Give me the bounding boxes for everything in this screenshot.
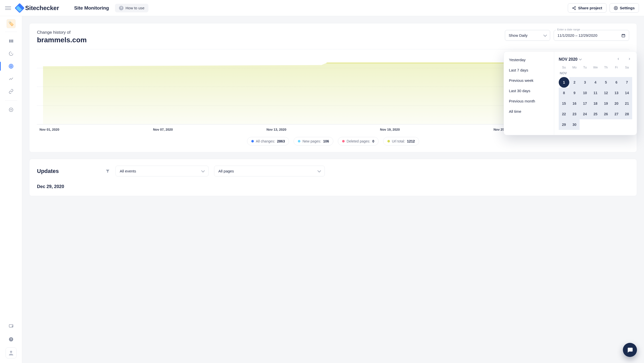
show-daily-label: Show Daily (509, 33, 528, 38)
date-range-popover: YesterdayLast 7 daysPrevious weekLast 30… (504, 51, 637, 135)
calendar-day[interactable]: 21 (622, 98, 632, 109)
calendar-dow-label: Th (601, 66, 611, 69)
calendar-day[interactable]: 14 (622, 88, 632, 98)
sidebar-item-dashboard[interactable] (0, 35, 22, 47)
calendar-day[interactable]: 13 (611, 88, 622, 98)
avatar-icon (8, 350, 14, 356)
calendar-day[interactable]: 10 (580, 88, 590, 98)
calendar-day[interactable]: 30 (569, 119, 580, 130)
calendar-day[interactable]: 29 (559, 119, 569, 130)
calendar-day[interactable]: 11 (590, 88, 601, 98)
xaxis-tick: Nov 07, 2020 (153, 128, 173, 131)
calendar-day[interactable]: 23 (569, 109, 580, 119)
link-icon (9, 89, 14, 94)
date-range-input[interactable]: 11/1/2020 – 12/29/2020 (554, 30, 629, 41)
calendar-day[interactable]: 18 (590, 98, 601, 109)
calendar-day[interactable]: 7 (622, 77, 632, 88)
calendar-day[interactable]: 8 (559, 88, 569, 98)
calendar-days: 1234567891011121314151617181920212223242… (559, 77, 632, 130)
calendar-dow-label: We (590, 66, 601, 69)
trend-icon (9, 76, 14, 81)
brand[interactable]: Sitechecker (16, 5, 59, 12)
calendar: NOV 2020 SuMoTuWeThFrSa (554, 52, 637, 135)
calendar-month-label: NOV 2020 (559, 57, 578, 62)
gear-icon (614, 6, 618, 10)
calendar-day[interactable]: 20 (611, 98, 622, 109)
calendar-dow-label: Sa (622, 66, 632, 69)
calendar-day[interactable]: 19 (601, 98, 611, 109)
share-icon (572, 6, 576, 10)
how-to-use-button[interactable]: ? How to use (115, 4, 148, 12)
chevron-right-icon (628, 57, 631, 61)
date-preset[interactable]: Previous month (504, 96, 554, 106)
events-filter-dropdown[interactable]: All events (115, 166, 209, 176)
calendar-prev-button[interactable] (616, 56, 621, 63)
calendar-day[interactable]: 4 (590, 77, 601, 88)
sidebar-item-speed[interactable] (0, 48, 22, 59)
change-history-domain: brammels.com (37, 36, 87, 44)
updates-title: Updates (37, 168, 100, 174)
sidebar-item-add[interactable] (0, 104, 22, 115)
calendar-next-button[interactable] (627, 56, 632, 63)
legend-value: 0 (372, 139, 374, 143)
change-history-heading: Change history of (37, 30, 87, 35)
calendar-day[interactable]: 5 (601, 77, 611, 88)
sidebar-project-icon[interactable]: 🏷️ (7, 19, 16, 28)
calendar-day[interactable]: 24 (580, 109, 590, 119)
sidebar-item-help[interactable]: ? (0, 334, 22, 345)
calendar-day[interactable]: 27 (611, 109, 622, 119)
calendar-day[interactable]: 6 (611, 77, 622, 88)
sidebar-item-monitor[interactable] (0, 61, 22, 72)
calendar-day[interactable]: 1 (559, 77, 569, 88)
date-preset[interactable]: Yesterday (504, 55, 554, 65)
calendar-day[interactable]: 16 (569, 98, 580, 109)
topbar: Sitechecker Site Monitoring ? How to use… (0, 0, 644, 16)
date-preset[interactable]: Last 30 days (504, 86, 554, 96)
legend-pill: Deleted pages: 0 (338, 137, 379, 146)
date-preset[interactable]: Previous week (504, 75, 554, 86)
settings-button[interactable]: Settings (610, 3, 639, 13)
calendar-day[interactable]: 17 (580, 98, 590, 109)
calendar-day[interactable]: 22 (559, 109, 569, 119)
date-preset[interactable]: All time (504, 106, 554, 117)
svg-point-2 (575, 9, 576, 10)
svg-point-3 (615, 8, 616, 9)
user-avatar[interactable] (6, 347, 17, 358)
calendar-day[interactable]: 3 (580, 77, 590, 88)
target-icon (8, 63, 14, 69)
legend-dot-icon (342, 140, 345, 142)
pages-filter-dropdown[interactable]: All pages (214, 166, 325, 176)
share-project-button[interactable]: Share project (568, 3, 607, 13)
calendar-month-short: NOV (560, 71, 632, 75)
how-to-use-label: How to use (126, 6, 144, 10)
svg-point-9 (11, 66, 11, 67)
chat-fab[interactable] (623, 343, 637, 357)
calendar-dow-label: Fr (611, 66, 622, 69)
brand-name: Sitechecker (25, 5, 59, 12)
calendar-day[interactable]: 9 (569, 88, 580, 98)
calendar-day[interactable]: 15 (559, 98, 569, 109)
sidebar-item-trend[interactable] (0, 73, 22, 84)
chevron-down-icon (543, 33, 547, 37)
sidebar-item-links[interactable] (0, 86, 22, 97)
svg-text:?: ? (10, 338, 12, 341)
show-daily-dropdown[interactable]: Show Daily (505, 30, 550, 41)
filter-icon[interactable] (105, 169, 110, 173)
date-preset[interactable]: Last 7 days (504, 65, 554, 75)
chevron-left-icon (617, 57, 620, 61)
hamburger-icon[interactable] (5, 5, 11, 11)
svg-rect-4 (9, 40, 10, 43)
xaxis-tick: Nov 19, 2020 (380, 128, 400, 131)
legend-dot-icon (387, 140, 390, 142)
calendar-day[interactable]: 2 (569, 77, 580, 88)
legend-label: Url total: (392, 139, 405, 143)
calendar-day[interactable]: 28 (622, 109, 632, 119)
events-filter-label: All events (120, 169, 136, 173)
calendar-day[interactable]: 25 (590, 109, 601, 119)
calendar-month-select[interactable]: NOV 2020 (559, 57, 582, 62)
calendar-day[interactable]: 26 (601, 109, 611, 119)
brand-logo-icon (16, 5, 23, 12)
calendar-day[interactable]: 12 (601, 88, 611, 98)
sidebar-item-wallet[interactable] (0, 320, 22, 331)
settings-label: Settings (620, 6, 635, 10)
